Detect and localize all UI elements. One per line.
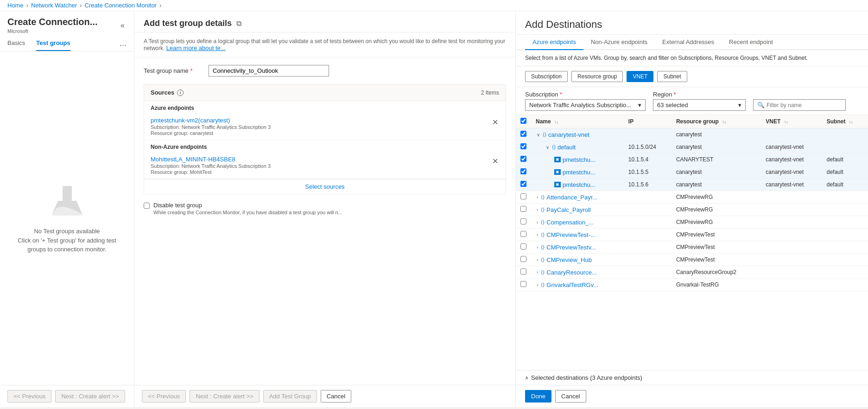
row-name-link[interactable]: CMPreview_Hub bbox=[546, 256, 592, 263]
test-group-name-input[interactable] bbox=[209, 65, 329, 77]
row-checkbox-cell bbox=[516, 204, 531, 216]
row-checkbox[interactable] bbox=[520, 281, 526, 287]
row-name-link[interactable]: GnvarkalTestRGv... bbox=[546, 281, 598, 288]
middle-panel: Add test group details ⧉ A Test group le… bbox=[134, 11, 516, 407]
tab-recent-endpoint[interactable]: Recent endpoint bbox=[722, 35, 780, 50]
breadcrumb: Home › Network Watcher › Create Connecti… bbox=[0, 0, 868, 11]
row-name-link[interactable]: pmtestchu... bbox=[563, 169, 596, 176]
row-checkbox-cell bbox=[516, 141, 531, 153]
middle-previous-button[interactable]: << Previous bbox=[142, 390, 186, 403]
row-resource-group-cell: CMPreviewRG bbox=[672, 216, 761, 229]
row-name-cell: ›⟨⟩CanaryResource... bbox=[531, 266, 624, 279]
row-name-link[interactable]: CMPreviewTest-... bbox=[546, 231, 595, 238]
azure-endpoint-remove-button[interactable]: ✕ bbox=[491, 117, 499, 128]
filter-vnet-button[interactable]: VNET bbox=[627, 71, 653, 82]
next-button[interactable]: Next : Create alert >> bbox=[55, 390, 125, 403]
row-name-cell: ›⟨⟩CMPreviewTest-... bbox=[531, 229, 624, 241]
tab-basics[interactable]: Basics bbox=[7, 36, 25, 51]
expand-button[interactable]: › bbox=[536, 195, 539, 200]
tab-non-azure-endpoints[interactable]: Non-Azure endpoints bbox=[583, 35, 655, 50]
azure-endpoint-name[interactable]: pmtestchunk-vm2(canarytest) bbox=[151, 117, 491, 124]
add-test-group-button[interactable]: Add Test Group bbox=[263, 390, 317, 403]
table-row: ›⟨⟩PayCalc_PayrollCMPreviewRG bbox=[516, 204, 868, 216]
row-checkbox[interactable] bbox=[520, 268, 526, 275]
disable-test-checkbox[interactable] bbox=[144, 203, 150, 209]
col-resource-group[interactable]: Resource group ↑↓ bbox=[672, 115, 761, 128]
row-checkbox[interactable] bbox=[520, 243, 526, 249]
filter-name-input[interactable] bbox=[767, 102, 841, 109]
breadcrumb-create-connection-monitor[interactable]: Create Connection Monitor bbox=[85, 2, 157, 9]
row-checkbox[interactable] bbox=[520, 156, 526, 162]
azure-endpoint-subscription: Subscription: Network Traffic Analytics … bbox=[151, 124, 491, 130]
breadcrumb-sep3: › bbox=[159, 2, 161, 9]
right-cancel-button[interactable]: Cancel bbox=[555, 390, 586, 403]
row-checkbox[interactable] bbox=[520, 193, 526, 199]
region-dropdown[interactable]: 63 selected ▾ bbox=[653, 99, 746, 111]
row-checkbox[interactable] bbox=[520, 256, 526, 262]
row-name-link[interactable]: default bbox=[558, 144, 576, 151]
expand-button[interactable]: › bbox=[536, 270, 539, 275]
breadcrumb-home[interactable]: Home bbox=[7, 2, 24, 9]
row-name-cell: ∨⟨⟩canarytest-vnet bbox=[531, 128, 624, 141]
sources-info-icon[interactable]: i bbox=[177, 89, 184, 96]
non-azure-endpoint-remove-button[interactable]: ✕ bbox=[491, 156, 499, 166]
vnet-icon: ⟨⟩ bbox=[543, 132, 546, 138]
row-name-link[interactable]: PayCalc_Payroll bbox=[546, 206, 590, 213]
filter-subnet-button[interactable]: Subnet bbox=[657, 71, 687, 82]
region-chevron-icon: ▾ bbox=[738, 102, 741, 109]
row-name-cell: ›⟨⟩PayCalc_Payroll bbox=[531, 204, 624, 216]
vnet-icon: ⟨⟩ bbox=[541, 207, 545, 213]
row-ip-cell bbox=[624, 279, 672, 291]
azure-endpoint-rg: Resource group: canarytest bbox=[151, 130, 491, 136]
breadcrumb-network-watcher[interactable]: Network Watcher bbox=[31, 2, 77, 9]
row-checkbox[interactable] bbox=[520, 231, 526, 237]
row-name-link[interactable]: pmetstchu... bbox=[563, 156, 596, 163]
previous-button[interactable]: << Previous bbox=[7, 390, 51, 403]
collapse-button[interactable]: « bbox=[119, 19, 127, 32]
col-subnet[interactable]: Subnet ↑↓ bbox=[822, 115, 868, 128]
disable-test-label[interactable]: Disable test group bbox=[153, 202, 202, 209]
row-resource-group-cell: canarytest bbox=[672, 179, 761, 191]
non-azure-endpoint-name[interactable]: MohittestLA_MININT-HB4SBE8 bbox=[151, 156, 491, 163]
selected-destinations[interactable]: ∧ Selected destinations (3 Azure endpoin… bbox=[516, 370, 868, 385]
expand-button[interactable]: › bbox=[536, 220, 539, 225]
expand-button[interactable]: › bbox=[536, 245, 539, 250]
expand-button[interactable]: › bbox=[536, 257, 539, 262]
row-name-link[interactable]: pmtestchu... bbox=[563, 181, 596, 188]
select-all-header[interactable] bbox=[516, 115, 531, 128]
row-resource-group-cell: CMPreviewTest bbox=[672, 229, 761, 241]
row-checkbox[interactable] bbox=[520, 218, 526, 224]
row-checkbox[interactable] bbox=[520, 131, 526, 137]
row-name-link[interactable]: Attendance_Payr... bbox=[546, 194, 597, 201]
learn-more-link[interactable]: Learn more about te... bbox=[166, 45, 226, 51]
row-checkbox[interactable] bbox=[520, 181, 526, 187]
expand-button[interactable]: › bbox=[536, 232, 539, 237]
row-name-link[interactable]: CMPreviewTestv... bbox=[546, 244, 596, 251]
row-name-cell: ›⟨⟩Compensation_... bbox=[531, 216, 624, 229]
middle-next-button[interactable]: Next : Create alert >> bbox=[190, 390, 259, 403]
row-name-link[interactable]: Compensation_... bbox=[546, 219, 594, 226]
tab-external-addresses[interactable]: External Addresses bbox=[655, 35, 722, 50]
col-name[interactable]: Name ↑↓ bbox=[531, 115, 624, 128]
filter-resource-group-button[interactable]: Resource group bbox=[571, 71, 623, 82]
filter-subscription-button[interactable]: Subscription bbox=[525, 71, 568, 82]
expand-button[interactable]: › bbox=[536, 282, 539, 288]
tab-azure-endpoints[interactable]: Azure endpoints bbox=[525, 35, 583, 50]
expand-button[interactable]: › bbox=[536, 207, 539, 212]
select-all-checkbox[interactable] bbox=[520, 118, 526, 124]
expand-button[interactable]: ∨ bbox=[545, 145, 550, 150]
col-vnet[interactable]: VNET ↑↓ bbox=[761, 115, 822, 128]
more-options-button[interactable]: ... bbox=[120, 38, 127, 48]
row-checkbox[interactable] bbox=[520, 206, 526, 212]
expand-button[interactable]: ∨ bbox=[536, 132, 541, 137]
tab-test-groups[interactable]: Test groups bbox=[36, 36, 70, 51]
filter-name-field[interactable]: 🔍 bbox=[753, 99, 846, 111]
done-button[interactable]: Done bbox=[525, 390, 551, 403]
select-sources-button[interactable]: Select sources bbox=[144, 179, 506, 194]
cancel-button[interactable]: Cancel bbox=[321, 390, 351, 403]
row-checkbox[interactable] bbox=[520, 168, 526, 174]
row-name-link[interactable]: canarytest-vnet bbox=[548, 131, 589, 138]
row-checkbox[interactable] bbox=[520, 143, 526, 149]
subscription-dropdown[interactable]: Network Traffic Analytics Subscriptio...… bbox=[525, 99, 646, 111]
row-name-link[interactable]: CanaryResource... bbox=[546, 269, 596, 276]
